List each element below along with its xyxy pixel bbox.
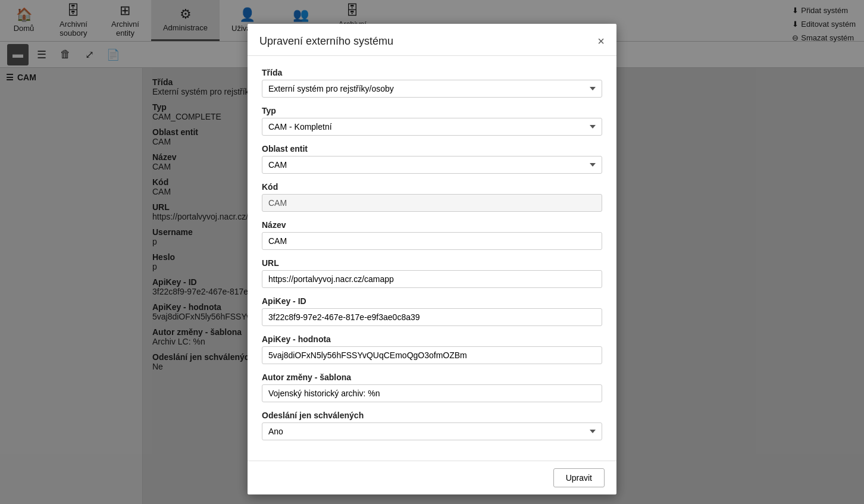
form-group-oblast: Oblast entit CAM	[262, 144, 602, 174]
form-label-autor: Autor změny - šablona	[262, 372, 602, 382]
form-input-apikey-id[interactable]	[262, 308, 602, 326]
form-label-odeslani: Odeslání jen schválených	[262, 411, 602, 420]
form-group-url: URL	[262, 258, 602, 288]
form-input-kod	[262, 194, 602, 212]
form-label-nazev: Název	[262, 220, 602, 230]
modal-overlay: Upravení externího systému × Třída Exter…	[0, 0, 864, 504]
form-input-url[interactable]	[262, 270, 602, 288]
form-label-typ: Typ	[262, 106, 602, 115]
form-group-autor: Autor změny - šablona	[262, 372, 602, 402]
form-label-url: URL	[262, 258, 602, 268]
modal-header: Upravení externího systému ×	[248, 24, 616, 56]
form-label-apikey-id: ApiKey - ID	[262, 296, 602, 306]
form-label-apikey-hodnota: ApiKey - hodnota	[262, 334, 602, 344]
form-group-typ: Typ CAM - Kompletní	[262, 106, 602, 136]
form-input-nazev[interactable]	[262, 232, 602, 250]
form-select-odeslani[interactable]: Ano Ne	[262, 422, 602, 440]
form-group-trida: Třída Externí systém pro rejstříky/osoby	[262, 68, 602, 98]
form-select-typ[interactable]: CAM - Kompletní	[262, 118, 602, 136]
form-input-apikey-hodnota[interactable]	[262, 346, 602, 364]
form-select-oblast[interactable]: CAM	[262, 156, 602, 174]
form-label-kod: Kód	[262, 182, 602, 192]
form-label-trida: Třída	[262, 68, 602, 77]
form-input-autor[interactable]	[262, 384, 602, 402]
form-group-kod: Kód	[262, 182, 602, 212]
form-select-trida[interactable]: Externí systém pro rejstříky/osoby	[262, 80, 602, 98]
submit-button[interactable]: Upravit	[553, 468, 605, 487]
modal-body: Třída Externí systém pro rejstříky/osoby…	[248, 56, 616, 461]
modal-dialog: Upravení externího systému × Třída Exter…	[248, 24, 616, 494]
modal-title: Upravení externího systému	[259, 35, 393, 48]
modal-footer: Upravit	[248, 461, 616, 494]
form-group-odeslani: Odeslání jen schválených Ano Ne	[262, 411, 602, 440]
form-group-apikey-hodnota: ApiKey - hodnota	[262, 334, 602, 364]
modal-close-button[interactable]: ×	[597, 35, 605, 48]
form-group-nazev: Název	[262, 220, 602, 250]
form-group-apikey-id: ApiKey - ID	[262, 296, 602, 326]
form-label-oblast: Oblast entit	[262, 144, 602, 154]
